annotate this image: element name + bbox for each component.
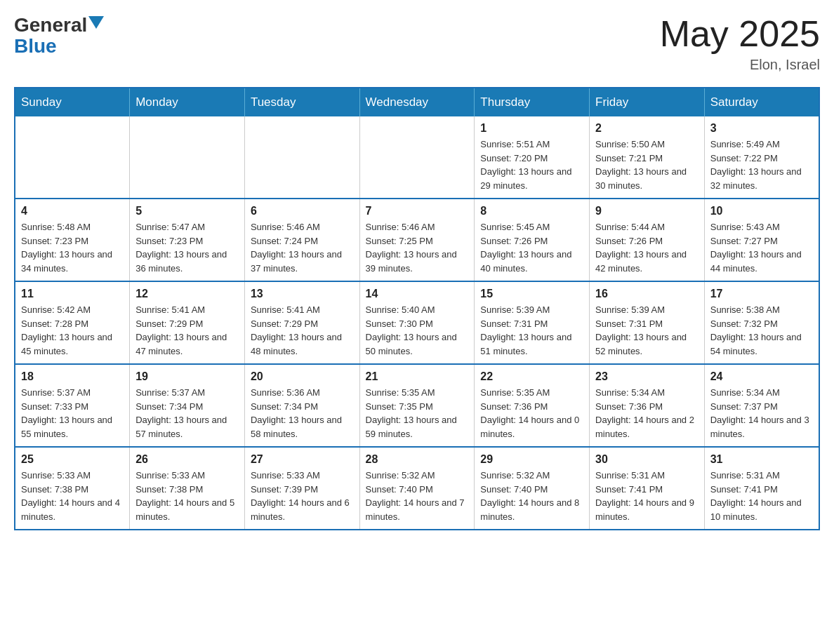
calendar-cell: 7Sunrise: 5:46 AMSunset: 7:25 PMDaylight… (359, 199, 475, 281)
weekday-header-wednesday: Wednesday (359, 88, 475, 116)
day-info: Sunrise: 5:36 AMSunset: 7:34 PMDaylight:… (251, 386, 354, 441)
calendar-cell: 19Sunrise: 5:37 AMSunset: 7:34 PMDayligh… (130, 364, 245, 447)
day-info: Sunrise: 5:44 AMSunset: 7:26 PMDaylight:… (595, 220, 699, 275)
day-number: 21 (366, 370, 469, 383)
day-info: Sunrise: 5:33 AMSunset: 7:38 PMDaylight:… (135, 469, 239, 523)
day-number: 10 (710, 205, 813, 217)
calendar-cell: 3Sunrise: 5:49 AMSunset: 7:22 PMDaylight… (704, 116, 819, 199)
calendar-cell: 8Sunrise: 5:45 AMSunset: 7:26 PMDaylight… (475, 199, 590, 281)
logo-arrow-icon (88, 16, 104, 32)
calendar-cell: 5Sunrise: 5:47 AMSunset: 7:23 PMDaylight… (130, 199, 245, 281)
day-number: 24 (710, 370, 813, 383)
calendar-cell: 18Sunrise: 5:37 AMSunset: 7:33 PMDayligh… (15, 364, 130, 447)
calendar-week-row: 18Sunrise: 5:37 AMSunset: 7:33 PMDayligh… (15, 364, 819, 447)
day-info: Sunrise: 5:39 AMSunset: 7:31 PMDaylight:… (595, 303, 699, 358)
calendar-cell: 14Sunrise: 5:40 AMSunset: 7:30 PMDayligh… (359, 281, 475, 364)
day-info: Sunrise: 5:43 AMSunset: 7:27 PMDaylight:… (710, 220, 813, 275)
day-number: 4 (21, 205, 124, 217)
day-number: 12 (135, 288, 239, 300)
title-section: May 2025 Elon, Israel (660, 14, 820, 73)
day-info: Sunrise: 5:33 AMSunset: 7:39 PMDaylight:… (251, 469, 354, 523)
day-info: Sunrise: 5:42 AMSunset: 7:28 PMDaylight:… (21, 303, 124, 358)
calendar-cell: 24Sunrise: 5:34 AMSunset: 7:37 PMDayligh… (704, 364, 819, 447)
day-number: 23 (595, 370, 699, 383)
day-number: 2 (595, 122, 699, 135)
calendar-cell: 1Sunrise: 5:51 AMSunset: 7:20 PMDaylight… (475, 116, 590, 199)
day-number: 8 (480, 205, 583, 217)
day-number: 6 (251, 205, 354, 217)
calendar-cell: 31Sunrise: 5:31 AMSunset: 7:41 PMDayligh… (704, 447, 819, 530)
calendar-cell: 25Sunrise: 5:33 AMSunset: 7:38 PMDayligh… (15, 447, 130, 530)
day-number: 16 (595, 288, 699, 300)
day-number: 28 (366, 453, 469, 466)
day-number: 22 (480, 370, 583, 383)
calendar-week-row: 25Sunrise: 5:33 AMSunset: 7:38 PMDayligh… (15, 447, 819, 530)
calendar-cell: 21Sunrise: 5:35 AMSunset: 7:35 PMDayligh… (359, 364, 475, 447)
day-info: Sunrise: 5:46 AMSunset: 7:24 PMDaylight:… (251, 220, 354, 275)
day-info: Sunrise: 5:41 AMSunset: 7:29 PMDaylight:… (135, 303, 239, 358)
day-number: 1 (480, 122, 583, 135)
day-number: 9 (595, 205, 699, 217)
day-info: Sunrise: 5:32 AMSunset: 7:40 PMDaylight:… (480, 469, 583, 523)
day-info: Sunrise: 5:45 AMSunset: 7:26 PMDaylight:… (480, 220, 583, 275)
day-info: Sunrise: 5:34 AMSunset: 7:37 PMDaylight:… (710, 386, 813, 441)
day-info: Sunrise: 5:37 AMSunset: 7:34 PMDaylight:… (135, 386, 239, 441)
calendar-cell: 27Sunrise: 5:33 AMSunset: 7:39 PMDayligh… (244, 447, 359, 530)
month-year-title: May 2025 (660, 14, 820, 54)
day-number: 30 (595, 453, 699, 466)
weekday-header-tuesday: Tuesday (244, 88, 359, 116)
day-info: Sunrise: 5:39 AMSunset: 7:31 PMDaylight:… (480, 303, 583, 358)
calendar-cell: 6Sunrise: 5:46 AMSunset: 7:24 PMDaylight… (244, 199, 359, 281)
day-info: Sunrise: 5:31 AMSunset: 7:41 PMDaylight:… (710, 469, 813, 523)
day-info: Sunrise: 5:50 AMSunset: 7:21 PMDaylight:… (595, 137, 699, 192)
day-info: Sunrise: 5:35 AMSunset: 7:35 PMDaylight:… (366, 386, 469, 441)
weekday-header-row: SundayMondayTuesdayWednesdayThursdayFrid… (15, 88, 819, 116)
day-info: Sunrise: 5:41 AMSunset: 7:29 PMDaylight:… (251, 303, 354, 358)
calendar-table: SundayMondayTuesdayWednesdayThursdayFrid… (14, 87, 820, 530)
calendar-cell: 2Sunrise: 5:50 AMSunset: 7:21 PMDaylight… (590, 116, 705, 199)
day-number: 17 (710, 288, 813, 300)
calendar-cell (244, 116, 359, 199)
calendar-cell: 15Sunrise: 5:39 AMSunset: 7:31 PMDayligh… (475, 281, 590, 364)
calendar-cell: 4Sunrise: 5:48 AMSunset: 7:23 PMDaylight… (15, 199, 130, 281)
calendar-cell (15, 116, 130, 199)
day-number: 26 (135, 453, 239, 466)
calendar-cell: 17Sunrise: 5:38 AMSunset: 7:32 PMDayligh… (704, 281, 819, 364)
day-info: Sunrise: 5:46 AMSunset: 7:25 PMDaylight:… (366, 220, 469, 275)
calendar-week-row: 1Sunrise: 5:51 AMSunset: 7:20 PMDaylight… (15, 116, 819, 199)
day-number: 20 (251, 370, 354, 383)
day-info: Sunrise: 5:49 AMSunset: 7:22 PMDaylight:… (710, 137, 813, 192)
weekday-header-thursday: Thursday (475, 88, 590, 116)
logo: General Blue (14, 14, 104, 58)
day-number: 14 (366, 288, 469, 300)
day-number: 18 (21, 370, 124, 383)
day-number: 29 (480, 453, 583, 466)
logo-general-text: General (14, 14, 87, 36)
day-info: Sunrise: 5:38 AMSunset: 7:32 PMDaylight:… (710, 303, 813, 358)
calendar-cell: 22Sunrise: 5:35 AMSunset: 7:36 PMDayligh… (475, 364, 590, 447)
day-info: Sunrise: 5:37 AMSunset: 7:33 PMDaylight:… (21, 386, 124, 441)
calendar-week-row: 4Sunrise: 5:48 AMSunset: 7:23 PMDaylight… (15, 199, 819, 281)
calendar-cell: 10Sunrise: 5:43 AMSunset: 7:27 PMDayligh… (704, 199, 819, 281)
calendar-week-row: 11Sunrise: 5:42 AMSunset: 7:28 PMDayligh… (15, 281, 819, 364)
weekday-header-monday: Monday (130, 88, 245, 116)
day-info: Sunrise: 5:48 AMSunset: 7:23 PMDaylight:… (21, 220, 124, 275)
weekday-header-friday: Friday (590, 88, 705, 116)
calendar-cell: 12Sunrise: 5:41 AMSunset: 7:29 PMDayligh… (130, 281, 245, 364)
calendar-cell: 20Sunrise: 5:36 AMSunset: 7:34 PMDayligh… (244, 364, 359, 447)
day-info: Sunrise: 5:51 AMSunset: 7:20 PMDaylight:… (480, 137, 583, 192)
day-info: Sunrise: 5:32 AMSunset: 7:40 PMDaylight:… (366, 469, 469, 523)
day-info: Sunrise: 5:47 AMSunset: 7:23 PMDaylight:… (135, 220, 239, 275)
day-info: Sunrise: 5:33 AMSunset: 7:38 PMDaylight:… (21, 469, 124, 523)
calendar-cell: 23Sunrise: 5:34 AMSunset: 7:36 PMDayligh… (590, 364, 705, 447)
day-number: 3 (710, 122, 813, 135)
calendar-cell: 16Sunrise: 5:39 AMSunset: 7:31 PMDayligh… (590, 281, 705, 364)
day-info: Sunrise: 5:34 AMSunset: 7:36 PMDaylight:… (595, 386, 699, 441)
day-number: 19 (135, 370, 239, 383)
svg-marker-0 (88, 16, 104, 29)
day-info: Sunrise: 5:31 AMSunset: 7:41 PMDaylight:… (595, 469, 699, 523)
calendar-cell: 26Sunrise: 5:33 AMSunset: 7:38 PMDayligh… (130, 447, 245, 530)
calendar-cell (359, 116, 475, 199)
day-number: 11 (21, 288, 124, 300)
calendar-cell: 29Sunrise: 5:32 AMSunset: 7:40 PMDayligh… (475, 447, 590, 530)
